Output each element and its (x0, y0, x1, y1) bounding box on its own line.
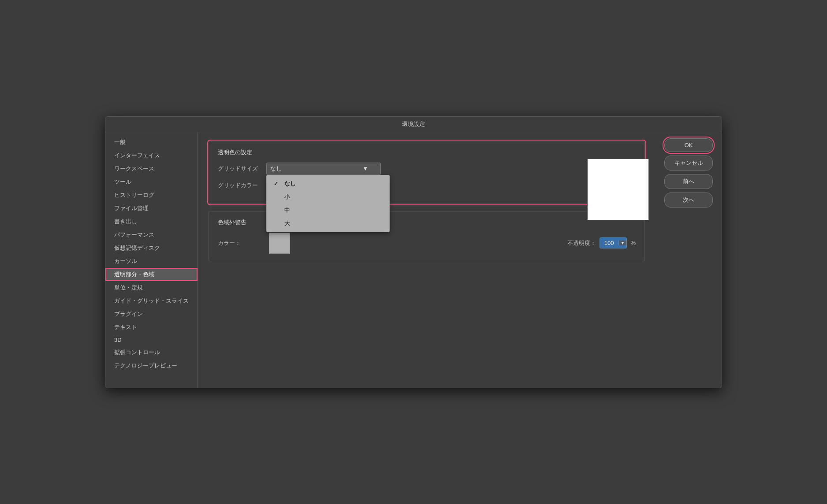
dropdown-option-large-label: 大 (284, 219, 290, 227)
title-bar: 環境設定 (105, 117, 722, 132)
sidebar-item-extended-controls[interactable]: 拡張コントロール (105, 346, 197, 359)
sidebar-item-interface[interactable]: インターフェイス (105, 149, 197, 162)
grid-size-current-value: なし (270, 165, 282, 173)
ok-button[interactable]: OK (664, 138, 713, 152)
gamut-row: カラー： 不透明度： ▼ % (218, 233, 636, 254)
sidebar-item-text[interactable]: テキスト (105, 321, 197, 334)
dropdown-option-medium-label: 中 (284, 206, 290, 214)
sidebar-item-3d[interactable]: 3D (105, 334, 197, 346)
grid-color-label: グリッドカラー (218, 182, 262, 189)
transparency-section-title: 透明色の設定 (218, 148, 636, 156)
grid-size-row: グリッドサイズ なし ▼ ✓ なし (218, 163, 636, 175)
no-check-icon (274, 194, 281, 200)
no-check-icon-3 (274, 220, 281, 226)
sidebar-item-virtual-disk[interactable]: 仮想記憶ディスク (105, 241, 197, 255)
no-check-icon-2 (274, 207, 281, 213)
opacity-group: 不透明度： ▼ % (567, 237, 636, 248)
dropdown-option-large[interactable]: 大 (267, 217, 389, 230)
dropdown-option-small-label: 小 (284, 193, 290, 201)
next-button[interactable]: 次へ (664, 193, 713, 208)
opacity-input[interactable] (600, 238, 618, 248)
transparency-preview (587, 159, 649, 220)
dialog-body: 一般 インターフェイス ワークスペース ツール ヒストリーログ ファイル管理 書… (105, 132, 722, 388)
sidebar-item-performance[interactable]: パフォーマンス (105, 228, 197, 241)
dialog-title: 環境設定 (402, 121, 425, 127)
opacity-dropdown-arrow[interactable]: ▼ (618, 241, 627, 245)
sidebar-item-units[interactable]: 単位・定規 (105, 281, 197, 294)
sidebar: 一般 インターフェイス ワークスペース ツール ヒストリーログ ファイル管理 書… (105, 132, 198, 388)
preferences-dialog: 環境設定 一般 インターフェイス ワークスペース ツール ヒストリーログ ファイ… (105, 116, 722, 388)
sidebar-item-file-mgmt[interactable]: ファイル管理 (105, 202, 197, 215)
checkmark-icon: ✓ (274, 181, 281, 187)
dropdown-option-small[interactable]: 小 (267, 190, 389, 204)
grid-size-dropdown-trigger[interactable]: なし ▼ (266, 163, 381, 175)
dropdown-option-none-label: なし (284, 180, 296, 188)
prev-button[interactable]: 前へ (664, 174, 713, 189)
dropdown-option-none[interactable]: ✓ なし (267, 177, 389, 190)
sidebar-item-history[interactable]: ヒストリーログ (105, 189, 197, 202)
sidebar-item-general[interactable]: 一般 (105, 136, 197, 149)
sidebar-item-tools[interactable]: ツール (105, 175, 197, 189)
action-buttons: OK キャンセル 前へ 次へ (664, 138, 713, 208)
sidebar-item-guide-grid[interactable]: ガイド・グリッド・スライス (105, 294, 197, 308)
gamut-color-swatch[interactable] (269, 233, 290, 254)
opacity-label: 不透明度： (567, 239, 596, 247)
main-content: OK キャンセル 前へ 次へ 透明色の設定 グリッドサイズ なし ▼ (198, 132, 722, 388)
sidebar-item-plugins[interactable]: プラグイン (105, 308, 197, 321)
opacity-input-wrapper: ▼ (600, 237, 627, 248)
gamut-color-label: カラー： (218, 239, 262, 247)
grid-size-dropdown-menu: ✓ なし 小 中 (266, 175, 390, 232)
transparency-section: 透明色の設定 グリッドサイズ なし ▼ ✓ なし (209, 141, 645, 204)
grid-size-label: グリッドサイズ (218, 165, 262, 173)
sidebar-item-export[interactable]: 書き出し (105, 215, 197, 228)
sidebar-item-workspace[interactable]: ワークスペース (105, 162, 197, 175)
cancel-button[interactable]: キャンセル (664, 156, 713, 170)
sidebar-item-cursor[interactable]: カーソル (105, 255, 197, 268)
sidebar-item-tech-preview[interactable]: テクノロジープレビュー (105, 359, 197, 372)
percent-label: % (630, 240, 636, 246)
sidebar-item-transparency[interactable]: 透明部分・色域 (105, 268, 197, 281)
dropdown-option-medium[interactable]: 中 (267, 204, 389, 217)
dropdown-arrow-icon: ▼ (362, 165, 368, 172)
grid-size-dropdown-container: なし ▼ ✓ なし 小 (266, 163, 381, 175)
